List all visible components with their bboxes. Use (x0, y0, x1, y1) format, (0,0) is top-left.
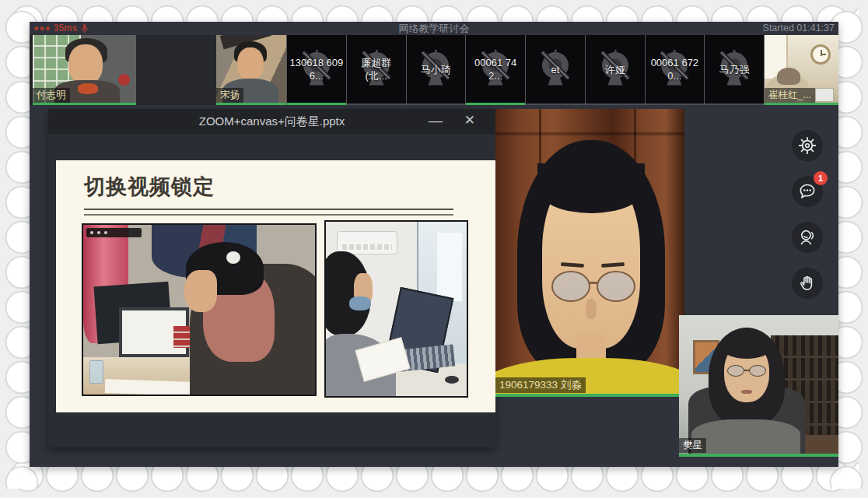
mouse (445, 376, 459, 384)
presentation-titlebar[interactable]: ZOOM+canvas+问卷星.pptx — ✕ (48, 109, 495, 134)
nose (586, 299, 597, 319)
tile-bottom-line (646, 103, 705, 105)
participant-nametag: 付志明 (33, 88, 70, 103)
participant-tile-manaiqiang[interactable]: 马乃强 (704, 35, 764, 105)
active-speaker-line (765, 103, 838, 105)
participant-nametag: 00061 6720... (646, 57, 705, 83)
door-molding (495, 132, 684, 135)
window-light (437, 233, 462, 301)
tile-bottom-line (347, 103, 406, 105)
red-object (118, 74, 130, 86)
minimize-button[interactable]: — (429, 109, 443, 134)
meeting-topbar: ●●● 35ms 网络教学研讨会 Started 01:41:37 (30, 22, 838, 35)
slide-photo-right (324, 220, 468, 398)
tile-bottom-line (586, 103, 645, 105)
settings-button[interactable] (792, 130, 823, 161)
active-speaker-line (33, 103, 136, 105)
participant-tile-1306186096[interactable]: 130618 6096... (286, 35, 346, 105)
girl-face (184, 270, 217, 312)
person-face (68, 44, 103, 85)
glasses-right-lens (597, 271, 635, 302)
meeting-started-time: Started 01:41:37 (763, 23, 835, 33)
tile-bottom-line (407, 103, 466, 105)
chat-notification-badge: 1 (814, 171, 828, 185)
participant-tile-00061742[interactable]: 00061 742... (465, 35, 525, 105)
person-hair (777, 68, 800, 85)
glasses-bridge (589, 282, 598, 284)
chat-button[interactable]: 1 (792, 176, 823, 207)
pip-video-fanxing[interactable]: 樊星 (679, 315, 838, 457)
participant-nametag: 130618 6096... (287, 57, 346, 83)
active-speaker-line (495, 394, 684, 397)
chat-bubble-icon (797, 181, 817, 202)
glasses-right-lens (749, 365, 766, 377)
active-speaker-line (216, 103, 286, 105)
participants-button[interactable] (792, 222, 823, 253)
zoom-meeting-window: ●●● 35ms 网络教学研讨会 Started 01:41:37 (30, 22, 838, 467)
mouth (741, 390, 752, 394)
desk-object (815, 88, 834, 102)
water-glass (89, 360, 103, 384)
hairline (537, 163, 645, 213)
participant-nametag: 许娅 (603, 64, 628, 77)
blue-mask (349, 296, 371, 310)
gray-sweater (691, 419, 800, 457)
participant-nametag: et (548, 64, 562, 77)
gear-icon (798, 136, 817, 155)
participant-tile-xuya[interactable]: 许娅 (585, 35, 645, 105)
hair-scrunchie (226, 251, 240, 264)
glasses-bridge (744, 370, 750, 371)
meeting-title: 网络教学研讨会 (30, 22, 838, 36)
participant-tile-maxiaoqi[interactable]: 马小琦 (406, 35, 466, 105)
hairline (723, 338, 771, 359)
slide-canvas: 切换视频锁定 (56, 160, 495, 412)
participant-nametag: 廉超群 (北... (347, 57, 406, 83)
slide-title: 切换视频锁定 (84, 173, 215, 201)
slide-photo-left (82, 223, 317, 396)
participant-nametag: 马乃强 (717, 64, 752, 77)
wall-clock (810, 44, 831, 65)
glasses-left-lens (551, 271, 590, 302)
participants-icon (797, 227, 817, 247)
presentation-window: ZOOM+canvas+问卷星.pptx — ✕ 切换视频锁定 (48, 109, 495, 447)
close-button[interactable]: ✕ (464, 109, 475, 134)
main-video-liumiao[interactable]: 1906179333 刘淼 (495, 109, 684, 397)
raise-hand-button[interactable] (792, 268, 823, 299)
photo-overlay-bar (86, 228, 142, 237)
slide-title-underline (84, 209, 453, 216)
decorated-photo-frame: ●●● 35ms 网络教学研讨会 Started 01:41:37 (0, 0, 868, 498)
participant-tile-et[interactable]: et (525, 35, 585, 105)
orange-collar (78, 83, 98, 94)
participant-nametag: 00061 742... (466, 57, 525, 83)
participant-nametag: 崔桂红_... (765, 88, 815, 103)
glasses-left-lens (727, 365, 744, 377)
participant-nametag: 宋扬 (216, 88, 243, 103)
raise-hand-icon (797, 273, 817, 293)
participant-tile-000616720[interactable]: 00061 6720... (645, 35, 705, 105)
participant-strip: 付志明 宋扬 (30, 35, 838, 105)
tile-bottom-line (526, 103, 585, 105)
participant-tile-cuiguihong[interactable]: 崔桂红_... (764, 35, 838, 105)
participant-tile-songyang[interactable]: 宋扬 (216, 35, 286, 105)
participant-tile-lianchaoqun[interactable]: 廉超群 (北... (346, 35, 406, 105)
person-face (237, 47, 264, 80)
active-speaker-line (679, 454, 838, 457)
participant-nametag: 马小琦 (418, 64, 453, 77)
main-video-nametag: 1906179333 刘淼 (495, 377, 586, 393)
empty-strip-gap (136, 35, 216, 105)
tile-bottom-line (705, 103, 764, 105)
active-speaker-line (287, 103, 346, 105)
pip-video-nametag: 樊星 (679, 438, 706, 453)
participant-tile-fuzhiming[interactable]: 付志明 (33, 35, 136, 105)
active-speaker-line (466, 103, 525, 105)
